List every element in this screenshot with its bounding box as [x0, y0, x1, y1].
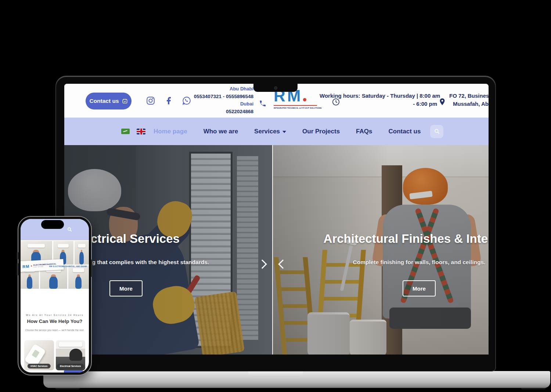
mobile-subtext: Choose the service you need — we'll hand…	[21, 329, 89, 331]
logo-underline	[274, 105, 317, 106]
mobile-eyebrow: We Are At Your Service 24 Hours	[21, 314, 89, 316]
abu-dhabi-numbers[interactable]: 0553407321 - 0555896548	[194, 93, 253, 101]
nav-items: Home page Who we are Services Our Projec…	[154, 128, 421, 135]
phone-volume-button2	[17, 263, 18, 276]
logo-tagline: INTEGRATED TECHNICAL & FIT-OUT SOLUTIONS	[274, 107, 321, 109]
electrical-services-card[interactable]: Electrical Services	[56, 340, 86, 370]
page: Contact us	[0, 0, 551, 392]
working-hours-line2: - 6:00 pm	[320, 100, 437, 108]
phone-dynamic-island	[41, 220, 64, 229]
facebook-icon[interactable]	[164, 96, 173, 105]
nav-item-faqs[interactable]: FAQs	[356, 128, 372, 135]
english-language-flag[interactable]	[137, 129, 145, 134]
mobile-logo-rm: RM	[22, 264, 30, 269]
address-line2: Mussafah, Abu Dh	[453, 100, 489, 108]
mobile-brand-caption: RM ELECTROMECHANICAL, ABU DHABI	[49, 266, 87, 267]
hero-slider: Electrical Services Professional wiring …	[64, 145, 489, 355]
chevron-down-icon	[282, 131, 286, 133]
collage-photo	[68, 266, 89, 289]
working-hours: Working hours: Saturday - Thursday | 8:0…	[320, 92, 437, 108]
slide1-more-button[interactable]: More	[109, 280, 143, 296]
instagram-icon[interactable]	[146, 96, 155, 105]
laptop-base-notch	[248, 371, 303, 377]
main-navbar: Home page Who we are Services Our Projec…	[64, 118, 489, 145]
laptop-camera	[274, 86, 277, 90]
electrical-card-label: Electrical Services	[57, 364, 84, 368]
phone-volume-button1	[17, 252, 18, 259]
slide1-subtitle: Professional wiring that complies with t…	[64, 259, 272, 266]
city-dubai: Dubai	[194, 100, 253, 108]
slide1-title: Electrical Services	[64, 232, 272, 246]
whatsapp-icon[interactable]	[182, 96, 191, 105]
phone-power-button	[91, 259, 93, 277]
address-block: FO 72, Business Ce Mussafah, Abu Dh	[449, 92, 489, 108]
mobile-search-icon[interactable]	[67, 227, 72, 234]
contact-us-label: Contact us	[89, 98, 119, 104]
mobile-service-cards: HVAC Services Electrical Services	[24, 340, 85, 370]
social-links	[146, 96, 191, 105]
arabic-language-flag[interactable]	[121, 129, 130, 134]
laptop-screen: Contact us	[64, 84, 489, 355]
nav-item-services[interactable]: Services	[254, 128, 286, 135]
hero-slide-architectural: Architectural Finishes & Interiors Compl…	[272, 145, 489, 355]
city-abu-dhabi: Abu Dhabi	[194, 85, 253, 93]
phone-numbers-block: Abu Dhabi 0553407321 - 0555896548 Dubai …	[194, 85, 253, 115]
laptop-camera-notch	[253, 84, 298, 92]
hvac-services-card[interactable]: HVAC Services	[24, 340, 54, 370]
laptop-base	[43, 371, 550, 388]
phone-screen: RM ELECTROMECHANICAL ABU DHABI RM ELECTR…	[21, 219, 89, 373]
nav-services-label: Services	[254, 128, 280, 135]
nav-item-home[interactable]: Home page	[154, 128, 187, 135]
calendar-check-icon	[122, 98, 128, 104]
working-hours-line1: Working hours: Saturday - Thursday | 8:0…	[320, 92, 437, 100]
hero-dark-overlay2	[273, 145, 489, 355]
nav-item-who-we-are[interactable]: Who we are	[204, 128, 238, 135]
location-pin-icon	[438, 97, 446, 108]
hero-dark-overlay	[64, 145, 272, 355]
contact-us-button[interactable]: Contact us	[86, 93, 132, 109]
phone-receiver-icon	[259, 100, 266, 109]
search-icon	[434, 128, 440, 134]
nav-item-contact-us[interactable]: Contact us	[389, 128, 421, 135]
phone-mockup: RM ELECTROMECHANICAL ABU DHABI RM ELECTR…	[18, 216, 92, 375]
slide2-more-button[interactable]: More	[403, 280, 436, 296]
slide2-title: Architectural Finishes & Interiors	[273, 232, 489, 246]
address-line1: FO 72, Business Ce	[449, 92, 489, 100]
search-button[interactable]	[430, 125, 443, 138]
mobile-heading: How Can We Help You?	[21, 319, 89, 324]
hero-slide-electrical: Electrical Services Professional wiring …	[64, 145, 272, 355]
logo-red-dot	[303, 98, 306, 101]
mobile-logo-dot	[31, 265, 32, 266]
nav-item-our-projects[interactable]: Our Projects	[302, 128, 340, 135]
mobile-next-section-peek	[64, 370, 83, 373]
dubai-numbers[interactable]: 0522024868	[194, 108, 253, 116]
hvac-card-label: HVAC Services	[28, 364, 51, 368]
collage-photo	[75, 241, 89, 265]
slide2-subtitle: Complete finishing for walls, floors, an…	[273, 259, 489, 266]
